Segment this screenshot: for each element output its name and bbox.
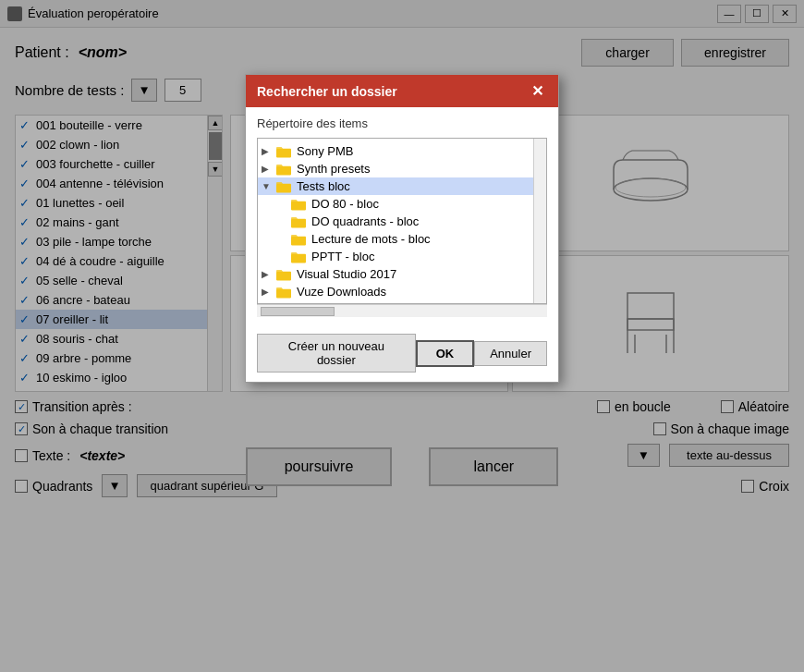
svg-rect-18	[291, 201, 306, 210]
modal-close-btn[interactable]: ✕	[528, 82, 547, 100]
tree-item-label: DO 80 - bloc	[311, 197, 379, 211]
expand-arrow: ▼	[262, 181, 274, 191]
expand-arrow: ▶	[262, 269, 274, 279]
modal-section-label: Répertoire des items	[257, 116, 547, 130]
svg-rect-19	[291, 218, 306, 227]
modal-footer: Créer un nouveau dossier OK Annuler	[246, 326, 558, 382]
folder-icon	[291, 233, 308, 246]
tree-item[interactable]: DO quadrants - bloc	[258, 213, 546, 230]
ok-button[interactable]: OK	[416, 340, 475, 367]
tree-item-label: Vuze Downloads	[297, 285, 386, 299]
new-folder-button[interactable]: Créer un nouveau dossier	[257, 334, 416, 373]
tree-item-label: Tests bloc	[297, 179, 350, 193]
folder-icon	[291, 250, 308, 263]
tree-item-label: DO quadrants - bloc	[311, 214, 419, 228]
svg-rect-15	[276, 148, 291, 157]
modal-dialog: Rechercher un dossier ✕ Répertoire des i…	[245, 74, 559, 383]
tree-item-label: Sony PMB	[297, 144, 353, 158]
tree-item[interactable]: ▶ Sony PMB	[258, 142, 546, 160]
tree-item-label: PPTT - bloc	[311, 250, 374, 263]
tree-item[interactable]: DO 80 - bloc	[258, 195, 546, 213]
folder-icon	[276, 145, 293, 158]
tree-item-label: Visual Studio 2017	[297, 267, 396, 281]
tree-item[interactable]: ▼ Tests bloc	[258, 177, 546, 195]
svg-rect-20	[291, 236, 306, 245]
folder-icon	[276, 268, 293, 281]
cancel-button[interactable]: Annuler	[474, 341, 547, 366]
expand-arrow: ▶	[262, 287, 274, 297]
modal-header: Rechercher un dossier ✕	[246, 75, 558, 107]
folder-icon	[276, 286, 293, 299]
modal-title: Rechercher un dossier	[257, 84, 397, 99]
tree-container[interactable]: ▶ Sony PMB▶ Synth presets▼ Tests bloc DO…	[257, 138, 547, 304]
svg-rect-23	[276, 288, 291, 298]
h-scrollbar[interactable]	[257, 304, 547, 317]
svg-rect-17	[276, 183, 291, 192]
svg-rect-21	[291, 253, 306, 263]
tree-item-label: Lecture de mots - bloc	[311, 232, 431, 246]
expand-arrow: ▶	[262, 164, 274, 174]
expand-arrow: ▶	[262, 146, 274, 156]
tree-item[interactable]: ▶ Visual Studio 2017	[258, 265, 546, 283]
modal-body: Répertoire des items ▶ Sony PMB▶ Synth p…	[246, 107, 558, 326]
folder-icon	[276, 180, 293, 193]
tree-item[interactable]: ▶ Synth presets	[258, 160, 546, 177]
tree-item-label: Synth presets	[297, 162, 371, 176]
tree-item[interactable]: ▶ Vuze Downloads	[258, 283, 546, 300]
tree-scrollbar[interactable]	[533, 139, 546, 303]
folder-icon	[291, 215, 308, 228]
folder-icon	[291, 198, 308, 211]
tree-item[interactable]: Lecture de mots - bloc	[258, 230, 546, 248]
svg-rect-16	[276, 165, 291, 175]
h-scroll-thumb[interactable]	[261, 307, 335, 316]
folder-icon	[276, 163, 293, 176]
svg-rect-22	[276, 271, 291, 280]
tree-item[interactable]: PPTT - bloc	[258, 248, 546, 265]
modal-overlay[interactable]: Rechercher un dossier ✕ Répertoire des i…	[0, 0, 804, 672]
